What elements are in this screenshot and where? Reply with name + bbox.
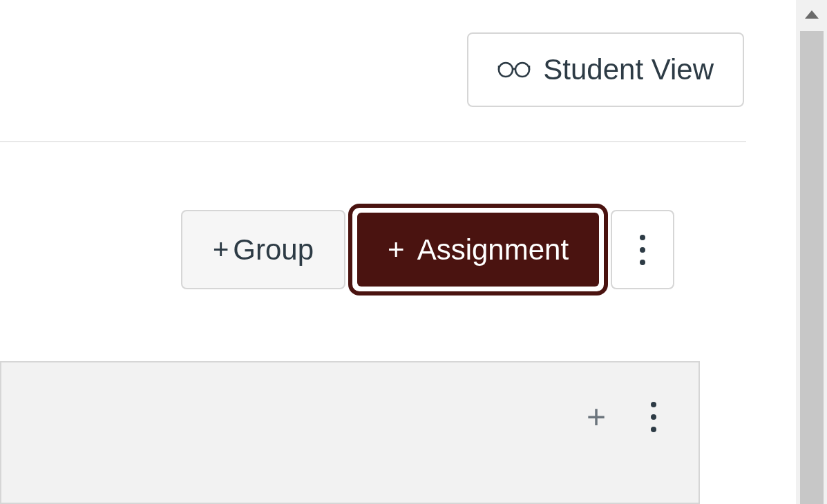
- student-view-label: Student View: [543, 53, 714, 86]
- toolbar: + Group + Assignment: [181, 204, 674, 295]
- chevron-up-icon: [805, 10, 819, 21]
- add-item-button[interactable]: +: [582, 403, 610, 431]
- eyeglasses-icon: [497, 53, 531, 86]
- group-actions: +: [582, 400, 664, 434]
- scrollbar-thumb[interactable]: [800, 31, 824, 504]
- plus-icon: +: [587, 400, 606, 434]
- assignment-button-highlight: + Assignment: [348, 204, 608, 295]
- add-assignment-button[interactable]: + Assignment: [357, 213, 599, 287]
- plus-icon: +: [213, 234, 229, 265]
- scrollbar-up-button[interactable]: [796, 0, 827, 31]
- header-divider: [0, 141, 746, 142]
- group-menu-button[interactable]: [643, 400, 664, 434]
- kebab-menu-icon: [651, 402, 656, 432]
- svg-point-0: [499, 63, 513, 77]
- toolbar-menu-button[interactable]: [611, 210, 674, 289]
- add-group-button[interactable]: + Group: [181, 210, 345, 289]
- assignment-group-section: +: [0, 361, 700, 504]
- group-button-label: Group: [233, 233, 314, 266]
- scrollbar-track[interactable]: [796, 0, 827, 504]
- svg-point-1: [515, 63, 529, 77]
- student-view-button[interactable]: Student View: [467, 32, 744, 107]
- plus-icon: +: [388, 233, 405, 266]
- assignment-button-label: Assignment: [417, 233, 569, 266]
- kebab-menu-icon: [640, 235, 645, 265]
- content-area: Student View + Group + Assignment: [0, 0, 796, 504]
